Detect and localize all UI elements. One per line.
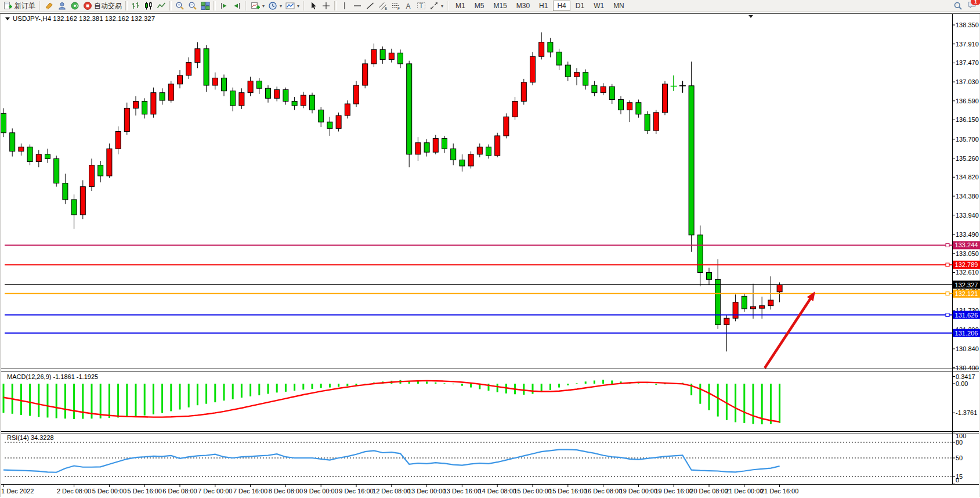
- price-tick-label: 130.400: [956, 365, 979, 371]
- price-tick-label: 134.380: [956, 193, 979, 200]
- price-tick-label: 137.910: [956, 41, 979, 48]
- horizontal-line-objects[interactable]: 133.244132.789132.327132.121131.626131.2…: [5, 241, 980, 337]
- price-badge-label: 131.626: [955, 312, 978, 319]
- price-tick-label: 135.700: [956, 136, 979, 143]
- time-tick-label: 7 Dec 00:00: [198, 488, 232, 495]
- panel-frames: [1, 14, 979, 485]
- time-tick-label: 9 Dec 00:00: [304, 488, 338, 495]
- price-badge-label: 132.789: [955, 261, 978, 268]
- chart-title: USDJPY-,H4 132.162 132.381 132.162 132.3…: [13, 15, 155, 22]
- price-tick-label: 137.030: [956, 78, 979, 85]
- time-tick-label: 9 Dec 16:00: [339, 488, 373, 495]
- time-tick-label: 21 Dec 16:00: [761, 488, 798, 495]
- time-tick-label: 19 Dec 00:00: [620, 488, 657, 495]
- time-tick-label: 12 Dec 08:00: [373, 488, 410, 495]
- chart-title-row: USDJPY-,H4 132.162 132.381 132.162 132.3…: [5, 15, 155, 22]
- candlesticks: [1, 33, 783, 352]
- time-tick-label: 15 Dec 00:00: [513, 488, 551, 495]
- time-tick-label: 13 Dec 16:00: [443, 488, 481, 495]
- time-tick-label: 8 Dec 08:00: [269, 488, 303, 495]
- time-tick-label: 14 Dec 08:00: [478, 488, 516, 495]
- price-tick-label: 134.820: [956, 174, 979, 181]
- time-tick-label: 2 Dec 08:00: [57, 488, 91, 495]
- price-tick-label: 130.840: [956, 345, 979, 352]
- chart-canvas[interactable]: 138.350137.910137.470137.030136.590136.1…: [0, 0, 980, 498]
- price-tick-label: 132.610: [956, 269, 979, 276]
- rsi-tick-label: 50: [956, 454, 963, 461]
- hline-handle[interactable]: [946, 292, 949, 295]
- macd-tick-label: 0.00: [956, 380, 968, 387]
- price-badge-label: 132.327: [955, 282, 978, 288]
- time-tick-label: 20 Dec 08:00: [690, 488, 728, 495]
- time-tick-label: 13 Dec 00:00: [408, 488, 446, 495]
- price-tick-label: 136.590: [956, 98, 979, 104]
- time-tick-label: 21 Dec 00:00: [725, 488, 763, 495]
- price-tick-label: 138.350: [956, 21, 979, 28]
- symbol-dropdown-icon[interactable]: [5, 17, 10, 20]
- time-tick-label: 5 Dec 00:00: [92, 488, 126, 495]
- hline-handle[interactable]: [946, 263, 949, 266]
- rsi-line: [3, 450, 780, 472]
- macd-signal-line: [3, 381, 780, 422]
- rsi-label: RSI(14) 34.3228: [7, 434, 54, 441]
- rsi-tick-label: 80: [956, 439, 963, 446]
- time-tick-label: 16 Dec 08:00: [584, 488, 622, 495]
- time-axis: 1 Dec 20222 Dec 08:005 Dec 00:005 Dec 16…: [1, 485, 798, 495]
- terminal-window: { "toolbar": { "new_order_label": "新订单",…: [0, 0, 980, 498]
- rsi-tick-label: 0: [956, 477, 959, 483]
- time-tick-label: 19 Dec 16:00: [654, 488, 692, 495]
- time-tick-label: 15 Dec 16:00: [549, 488, 587, 495]
- price-badge-label: 133.244: [955, 241, 978, 248]
- macd-tick-label: 0.3417: [956, 373, 975, 380]
- price-badge-label: 132.121: [955, 290, 978, 297]
- chart-shift-marker[interactable]: [748, 15, 753, 18]
- price-tick-label: 133.050: [956, 250, 979, 257]
- time-tick-label: 7 Dec 16:00: [233, 488, 267, 495]
- price-tick-label: 136.150: [956, 116, 979, 123]
- time-tick-label: 1 Dec 2022: [1, 488, 34, 495]
- price-tick-label: 137.470: [956, 59, 979, 66]
- macd-tick-label: -1.3761: [956, 409, 977, 416]
- macd-label: MACD(12,26,9) -1.1861 -1.1925: [7, 373, 98, 380]
- price-tick-label: 133.940: [956, 212, 979, 219]
- macd-panel: MACD(12,26,9) -1.1861 -1.19250.34170.00-…: [3, 373, 977, 425]
- price-badge-label: 131.206: [955, 330, 978, 337]
- hline-handle[interactable]: [946, 313, 949, 317]
- rsi-panel: RSI(14) 34.32281008050150: [3, 432, 966, 484]
- time-tick-label: 5 Dec 16:00: [128, 488, 162, 495]
- hline-handle[interactable]: [946, 243, 949, 247]
- price-tick-label: 135.260: [956, 155, 979, 162]
- price-tick-label: 133.490: [956, 231, 979, 238]
- time-tick-label: 6 Dec 08:00: [162, 488, 197, 495]
